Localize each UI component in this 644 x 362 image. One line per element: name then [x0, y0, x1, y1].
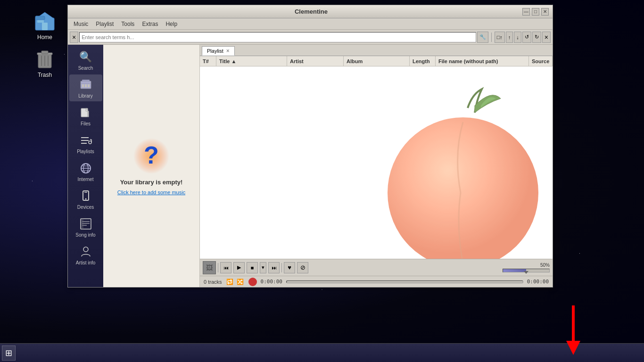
svg-rect-17 — [88, 84, 90, 87]
desktop-icon-trash[interactable]: Trash — [26, 47, 64, 78]
minimize-button[interactable]: — — [522, 8, 530, 16]
sidebar-songinfo-label: Song info — [75, 232, 95, 238]
sidebar-item-playlists[interactable]: Playlists — [69, 130, 102, 157]
main-content: 🔍 Search Library — [68, 45, 553, 287]
current-time: 0:00:00 — [261, 279, 282, 285]
col-title[interactable]: Title ▲ — [216, 56, 287, 66]
svg-rect-37 — [81, 219, 83, 229]
col-album[interactable]: Album — [344, 56, 410, 66]
svg-rect-6 — [41, 51, 48, 54]
clementine-window: Clementine — □ ✕ Music Playlist Tools Ex… — [67, 5, 553, 288]
sidebar-item-search[interactable]: 🔍 Search — [69, 47, 102, 74]
table-header: T# Title ▲ Artist Album Length File name… — [200, 56, 553, 66]
toolbar-add-btn[interactable]: □↑ — [495, 32, 505, 43]
sidebar-library-label: Library — [78, 93, 93, 99]
sidebar-playlists-label: Playlists — [77, 149, 94, 154]
library-add-music-link[interactable]: Click here to add some music — [117, 189, 185, 195]
player-sep-1 — [218, 263, 218, 272]
maximize-button[interactable]: □ — [532, 8, 539, 16]
col-track-num[interactable]: T# — [200, 56, 216, 66]
sidebar-internet-label: Internet — [78, 177, 94, 182]
sidebar-item-files[interactable]: Files — [69, 102, 102, 129]
toolbar-magic-btn[interactable]: 🔧 — [477, 32, 488, 43]
right-panel: Playlist × T# Title ▲ Artist Album — [200, 45, 553, 287]
toolbar-close2-btn[interactable]: × — [542, 32, 551, 43]
menubar: Music Playlist Tools Extras Help — [68, 18, 553, 30]
toolbar-undo-btn[interactable]: ↺ — [522, 32, 531, 43]
col-filename[interactable]: File name (without path) — [436, 56, 529, 66]
playlist-tabs: Playlist × — [200, 45, 553, 56]
red-arrow-indicator — [559, 301, 587, 348]
sidebar-devices-label: Devices — [77, 205, 94, 210]
track-count: 0 tracks — [204, 279, 222, 285]
menu-tools[interactable]: Tools — [117, 20, 138, 28]
svg-rect-18 — [81, 108, 88, 117]
love-button[interactable]: ♥ — [284, 262, 295, 273]
search-input[interactable] — [79, 32, 476, 42]
sidebar-item-artistinfo[interactable]: Artist info — [69, 241, 102, 268]
sidebar-item-songinfo[interactable]: Song info — [69, 214, 102, 240]
svg-point-22 — [89, 141, 91, 144]
menu-playlist[interactable]: Playlist — [92, 20, 117, 28]
desktop-icon-home[interactable]: Home — [26, 9, 64, 41]
next-button[interactable]: ⏭ — [268, 262, 280, 273]
titlebar: Clementine — □ ✕ — [68, 5, 553, 18]
search-icon: 🔍 — [78, 49, 93, 65]
volume-knob — [524, 271, 528, 274]
playlist-tab-label: Playlist — [207, 48, 223, 54]
sidebar: 🔍 Search Library — [68, 45, 103, 287]
home-folder-icon — [33, 9, 56, 32]
col-length[interactable]: Length — [410, 56, 436, 66]
total-time: 0:00:00 — [527, 279, 549, 285]
toolbar-download-btn[interactable]: ↓ — [514, 32, 521, 43]
songinfo-icon — [78, 216, 93, 231]
player-sep-2 — [281, 263, 282, 272]
repeat-icon[interactable]: 🔁 — [226, 278, 234, 286]
ban-button[interactable]: ⊘ — [297, 262, 308, 273]
svg-point-31 — [85, 198, 86, 200]
svg-rect-13 — [82, 80, 90, 81]
sidebar-item-library[interactable]: Library — [69, 74, 102, 101]
sidebar-files-label: Files — [81, 121, 91, 126]
stop-button[interactable]: ■ — [247, 262, 258, 273]
svg-point-38 — [83, 247, 88, 252]
svg-rect-15 — [82, 84, 84, 87]
sidebar-search-label: Search — [78, 66, 93, 71]
close-button[interactable]: ✕ — [541, 8, 549, 16]
menu-extras[interactable]: Extras — [138, 20, 162, 28]
toolbar-close-tab[interactable]: × — [70, 32, 78, 43]
progress-bar[interactable] — [286, 280, 523, 283]
sidebar-item-internet[interactable]: Internet — [69, 158, 102, 185]
col-source[interactable]: Source — [529, 56, 553, 66]
svg-marker-11 — [566, 341, 580, 355]
files-icon — [78, 105, 93, 120]
window-title: Clementine — [100, 8, 522, 15]
toolbar: × 🔧 □↑ ↑ ↓ ↺ ↻ × — [68, 30, 553, 45]
sidebar-item-devices[interactable]: Devices — [69, 186, 102, 213]
artistinfo-icon — [78, 244, 93, 259]
svg-point-41 — [388, 117, 538, 259]
sidebar-artistinfo-label: Artist info — [76, 260, 96, 265]
titlebar-controls: — □ ✕ — [522, 8, 549, 16]
toolbar-upload-btn[interactable]: ↑ — [506, 32, 513, 43]
volume-slider[interactable] — [503, 269, 550, 272]
shuffle-icon[interactable]: 🔀 — [236, 278, 245, 286]
svg-text:?: ? — [144, 141, 159, 169]
status-bar: 0 tracks 🔁 🔀 0:00:00 0:00:00 — [200, 276, 553, 287]
menu-help[interactable]: Help — [162, 20, 181, 28]
stop-dropdown-btn[interactable]: ▾ — [260, 262, 266, 273]
prev-button[interactable]: ⏮ — [220, 262, 231, 273]
playlists-icon — [78, 133, 93, 148]
playlist-tab-1[interactable]: Playlist × — [202, 46, 235, 56]
volume-control: 50% — [503, 263, 550, 272]
col-artist[interactable]: Artist — [287, 56, 344, 66]
devices-icon — [78, 189, 93, 204]
taskbar-start[interactable]: ⊞ — [2, 346, 16, 361]
playlist-tab-close[interactable]: × — [226, 48, 230, 54]
play-button[interactable]: ▶ — [233, 262, 245, 273]
library-panel: ? Your library is empty! Click here to a… — [103, 45, 200, 287]
playback-controls: 🔁 🔀 — [226, 278, 245, 286]
volume-label: 50% — [540, 263, 550, 268]
menu-music[interactable]: Music — [70, 20, 92, 28]
toolbar-redo-btn[interactable]: ↻ — [532, 32, 541, 43]
